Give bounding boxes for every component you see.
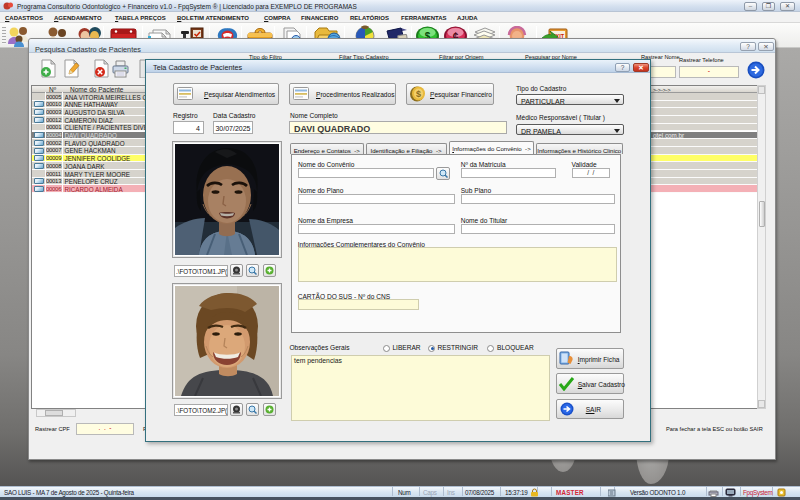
svg-text:$: $ <box>416 89 421 99</box>
